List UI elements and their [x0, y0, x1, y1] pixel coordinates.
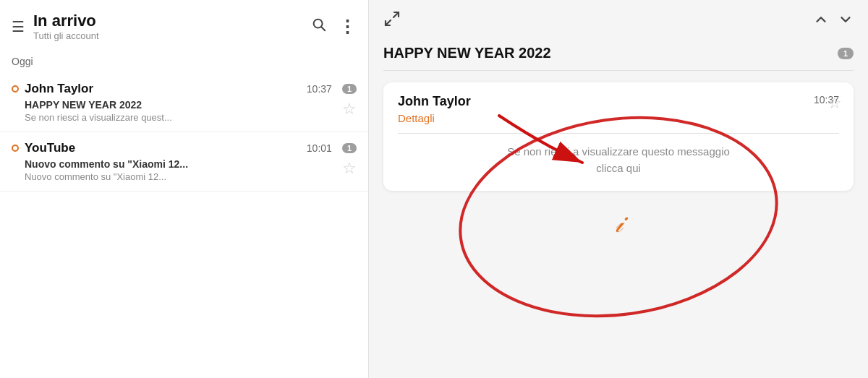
- email-badge: 1: [342, 143, 357, 153]
- nav-down-arrow[interactable]: [838, 12, 854, 31]
- email-preview: Se non riesci a visualizzare quest...: [25, 112, 357, 123]
- card-body-line2: clicca qui: [596, 162, 641, 174]
- svg-line-1: [321, 27, 325, 30]
- card-star-button[interactable]: ☆: [827, 94, 842, 113]
- star-button[interactable]: ☆: [342, 101, 357, 117]
- left-panel: ☰ In arrivo Tutti gli account ⋮ Oggi Joh…: [0, 0, 369, 378]
- header-action-icons: ⋮: [311, 17, 357, 37]
- hamburger-menu-icon[interactable]: ☰: [12, 18, 25, 35]
- card-body: Se non riesci a visualizzare questo mess…: [398, 144, 839, 176]
- expand-icon[interactable]: [383, 10, 401, 32]
- subject-divider: [383, 70, 854, 71]
- email-subject: HAPPY NEW YEAR 2022: [25, 99, 357, 111]
- nav-arrows: [813, 12, 854, 31]
- email-header: ☰ In arrivo Tutti gli account ⋮: [0, 0, 368, 50]
- email-item-youtube[interactable]: YouTube 10:01 1 Nuovo commento su "Xiaom…: [0, 132, 368, 192]
- card-divider: [398, 133, 839, 134]
- today-label: Oggi: [0, 50, 368, 73]
- inbox-subtitle: Tutti gli account: [33, 30, 302, 41]
- unread-indicator: [12, 85, 19, 93]
- email-card: John Taylor 10:37 Dettagli Se non riesci…: [383, 82, 854, 191]
- card-sender-name: John Taylor: [398, 94, 471, 109]
- unread-indicator: [12, 145, 19, 152]
- right-panel-header: [369, 0, 868, 42]
- email-sender: YouTube: [25, 141, 301, 155]
- right-panel-inner: HAPPY NEW YEAR 2022 1 John Taylor 10:37 …: [369, 0, 868, 378]
- email-item-john-taylor[interactable]: John Taylor 10:37 1 HAPPY NEW YEAR 2022 …: [0, 73, 368, 132]
- more-options-icon[interactable]: ⋮: [339, 17, 357, 37]
- card-details-link[interactable]: Dettagli: [398, 112, 839, 124]
- card-header-row: John Taylor 10:37: [398, 94, 839, 109]
- star-button[interactable]: ☆: [342, 160, 357, 176]
- right-panel: HAPPY NEW YEAR 2022 1 John Taylor 10:37 …: [369, 0, 868, 378]
- nav-up-arrow[interactable]: [813, 12, 829, 31]
- signature-icon: 𝒾: [615, 208, 622, 239]
- email-row1: YouTube 10:01 1: [12, 141, 357, 155]
- search-icon[interactable]: [311, 17, 327, 36]
- right-panel-subject-text: HAPPY NEW YEAR 2022: [383, 45, 551, 61]
- inbox-title: In arrivo: [33, 12, 302, 30]
- right-panel-subject-bar: HAPPY NEW YEAR 2022 1: [369, 42, 868, 70]
- signature-area: 𝒾: [369, 202, 868, 244]
- email-sender: John Taylor: [25, 82, 301, 96]
- email-time: 10:37: [307, 83, 332, 95]
- email-time: 10:01: [307, 142, 332, 154]
- right-panel-badge: 1: [838, 48, 854, 59]
- card-body-line1: Se non riesci a visualizzare questo mess…: [507, 145, 730, 158]
- email-subject-line1: Nuovo commento su "Xiaomi 12...: [25, 158, 357, 170]
- email-subject-line2: Nuovo commento su "Xiaomi 12...: [25, 171, 357, 182]
- header-title-block: In arrivo Tutti gli account: [33, 12, 302, 41]
- email-badge: 1: [342, 84, 357, 94]
- email-row1: John Taylor 10:37 1: [12, 82, 357, 96]
